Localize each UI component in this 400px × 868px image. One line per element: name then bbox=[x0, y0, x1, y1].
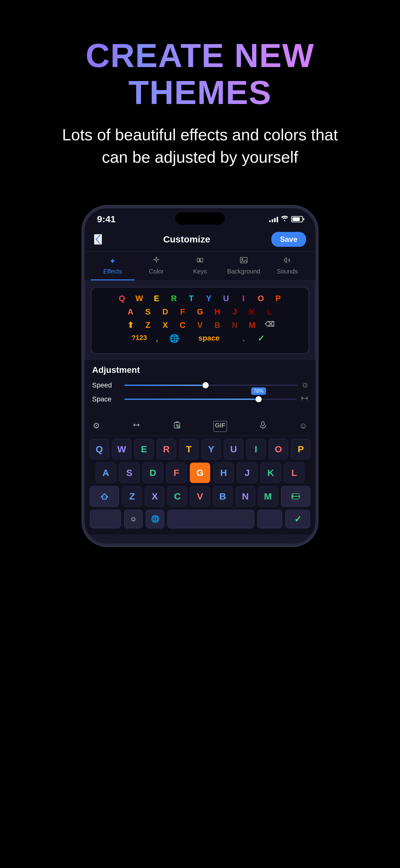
preview-row-2: A S D F G H J K L bbox=[96, 307, 304, 317]
tab-keys-label: Keys bbox=[193, 268, 207, 275]
tab-sounds[interactable]: Sounds bbox=[265, 256, 309, 280]
preview-key-e: E bbox=[149, 294, 164, 303]
header-section: CREATE NEW THEMES Lots of beautiful effe… bbox=[0, 0, 400, 187]
key-h[interactable]: H bbox=[213, 463, 234, 483]
space-slider-icon bbox=[301, 395, 308, 404]
resize-icon[interactable] bbox=[132, 421, 140, 432]
tab-effects[interactable]: ✦ Effects bbox=[91, 256, 135, 280]
speed-slider-fill bbox=[124, 385, 202, 386]
key-f[interactable]: F bbox=[166, 463, 187, 483]
key-x[interactable]: X bbox=[145, 486, 164, 507]
preview-key-i: I bbox=[236, 294, 251, 303]
key-t[interactable]: T bbox=[179, 439, 198, 460]
space-tooltip: 76% bbox=[251, 388, 266, 395]
key-space[interactable] bbox=[167, 510, 254, 528]
key-d[interactable]: D bbox=[143, 463, 163, 483]
preview-check-key: ✓ bbox=[254, 334, 269, 343]
key-delete[interactable] bbox=[281, 486, 310, 507]
speed-slider-track[interactable] bbox=[124, 385, 298, 386]
preview-key-g: G bbox=[193, 307, 207, 317]
effects-icon: ✦ bbox=[109, 256, 116, 266]
key-a[interactable]: A bbox=[96, 463, 116, 483]
key-y[interactable]: Y bbox=[202, 439, 221, 460]
key-c[interactable]: C bbox=[167, 486, 187, 507]
key-n[interactable]: N bbox=[236, 486, 255, 507]
key-r[interactable]: R bbox=[157, 439, 176, 460]
phone-wrapper: 9:41 bbox=[0, 187, 400, 578]
key-globe[interactable]: 🌐 bbox=[146, 510, 164, 528]
space-slider-track[interactable]: 76% bbox=[124, 399, 297, 400]
key-return[interactable] bbox=[257, 510, 282, 528]
speed-label: Speed bbox=[92, 381, 120, 389]
volume-down-button[interactable] bbox=[82, 283, 84, 302]
microphone-icon[interactable] bbox=[260, 421, 266, 432]
emoji-icon[interactable]: ☺ bbox=[299, 421, 307, 432]
signal-bar-2 bbox=[272, 219, 273, 222]
gif-icon[interactable]: GIF bbox=[213, 421, 227, 432]
key-q[interactable]: Q bbox=[90, 439, 109, 460]
save-button[interactable]: Save bbox=[271, 232, 306, 247]
phone-frame: 9:41 bbox=[82, 206, 318, 547]
key-w[interactable]: W bbox=[112, 439, 131, 460]
preview-key-b: B bbox=[210, 320, 225, 330]
key-s[interactable]: S bbox=[119, 463, 139, 483]
settings-icon[interactable]: ⚙ bbox=[93, 421, 100, 432]
speed-slider-thumb[interactable] bbox=[202, 382, 209, 389]
keyboard-toolbar: ⚙ GIF bbox=[90, 417, 310, 436]
status-icons bbox=[269, 216, 303, 223]
subtitle: Lots of beautiful effects and colors tha… bbox=[61, 124, 339, 169]
signal-bar-3 bbox=[274, 218, 276, 222]
signal-bar-4 bbox=[276, 217, 278, 222]
signal-icon bbox=[269, 216, 278, 222]
key-v[interactable]: V bbox=[190, 486, 210, 507]
preview-key-c: C bbox=[175, 320, 190, 330]
actual-kb-row-1: Q W E R T Y U I O P bbox=[90, 439, 310, 460]
preview-key-k: K bbox=[245, 307, 260, 317]
key-u[interactable]: U bbox=[224, 439, 243, 460]
preview-key-s: S bbox=[140, 307, 155, 317]
clipboard-icon[interactable] bbox=[173, 421, 181, 432]
key-e[interactable]: E bbox=[134, 439, 154, 460]
power-button[interactable] bbox=[316, 270, 318, 302]
tab-keys[interactable]: A Keys bbox=[178, 256, 222, 280]
preview-key-l: L bbox=[262, 307, 277, 317]
preview-key-r: R bbox=[167, 294, 181, 303]
key-i[interactable]: I bbox=[246, 439, 265, 460]
key-emoji[interactable]: ☺ bbox=[124, 510, 143, 528]
tab-background[interactable]: Background bbox=[222, 256, 265, 280]
tab-bar: ✦ Effects Color A bbox=[85, 251, 315, 281]
preview-key-v: V bbox=[193, 320, 207, 330]
key-m[interactable]: M bbox=[258, 486, 278, 507]
preview-shift-key: ⬆ bbox=[123, 320, 138, 330]
key-o[interactable]: O bbox=[269, 439, 288, 460]
key-z[interactable]: Z bbox=[122, 486, 142, 507]
background-icon bbox=[240, 256, 248, 266]
key-checkmark[interactable]: ✓ bbox=[285, 510, 310, 528]
keyboard-preview: Q W E R T Y U I O P A S D F G H J K bbox=[91, 287, 309, 354]
preview-space-key: space bbox=[184, 334, 234, 343]
actual-keyboard: ⚙ GIF bbox=[85, 414, 315, 535]
preview-key-h: H bbox=[210, 307, 225, 317]
key-j[interactable]: J bbox=[237, 463, 257, 483]
color-icon bbox=[153, 256, 160, 266]
space-label: Space bbox=[92, 395, 120, 403]
key-p[interactable]: P bbox=[291, 439, 310, 460]
nav-title: Customize bbox=[163, 234, 210, 245]
svg-point-6 bbox=[241, 258, 243, 260]
nav-bar: Customize Save bbox=[85, 227, 315, 251]
dynamic-island bbox=[175, 213, 225, 224]
status-time: 9:41 bbox=[97, 214, 116, 224]
space-slider-thumb[interactable]: 76% bbox=[256, 396, 262, 402]
key-l[interactable]: L bbox=[284, 463, 304, 483]
key-shift[interactable] bbox=[90, 486, 119, 507]
key-k[interactable]: K bbox=[261, 463, 281, 483]
key-numbers[interactable] bbox=[90, 510, 121, 528]
back-button[interactable] bbox=[94, 234, 102, 245]
volume-up-button[interactable] bbox=[82, 258, 84, 277]
tab-color[interactable]: Color bbox=[135, 256, 178, 280]
preview-row-4: ?123 , 🌐 space . ✓ bbox=[96, 334, 304, 343]
actual-kb-row-2: A S D F G H J K L bbox=[90, 463, 310, 483]
key-g[interactable]: G bbox=[190, 463, 210, 483]
key-b[interactable]: B bbox=[213, 486, 233, 507]
preview-key-z: Z bbox=[140, 320, 155, 330]
